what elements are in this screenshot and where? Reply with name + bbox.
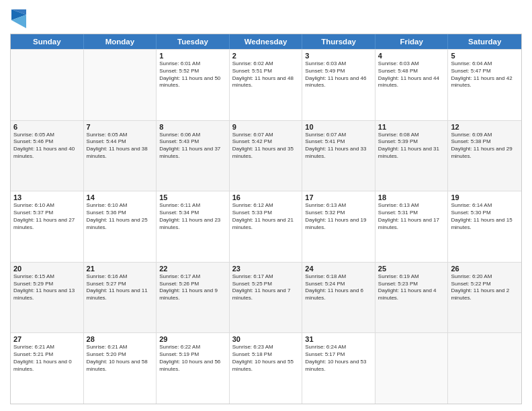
day-number: 23 xyxy=(232,265,300,273)
weekday-header-friday: Friday xyxy=(375,34,449,49)
cell-info: Sunrise: 6:02 AM Sunset: 5:51 PM Dayligh… xyxy=(232,60,300,89)
day-number: 25 xyxy=(378,265,445,273)
calendar-cell-5-4: 30Sunrise: 6:23 AM Sunset: 5:18 PM Dayli… xyxy=(230,333,303,404)
logo-icon xyxy=(11,9,26,28)
calendar-row-5: 27Sunrise: 6:21 AM Sunset: 5:21 PM Dayli… xyxy=(11,332,521,404)
calendar-cell-3-1: 13Sunrise: 6:10 AM Sunset: 5:37 PM Dayli… xyxy=(11,191,84,262)
calendar-row-3: 13Sunrise: 6:10 AM Sunset: 5:37 PM Dayli… xyxy=(11,191,521,262)
cell-info: Sunrise: 6:06 AM Sunset: 5:43 PM Dayligh… xyxy=(159,132,226,161)
cell-info: Sunrise: 6:17 AM Sunset: 5:26 PM Dayligh… xyxy=(159,273,226,302)
day-number: 7 xyxy=(87,123,154,131)
day-number: 31 xyxy=(305,335,372,343)
calendar-cell-4-7: 26Sunrise: 6:20 AM Sunset: 5:22 PM Dayli… xyxy=(448,263,521,333)
day-number: 13 xyxy=(13,193,81,201)
calendar-cell-3-7: 19Sunrise: 6:14 AM Sunset: 5:30 PM Dayli… xyxy=(448,191,521,262)
cell-info: Sunrise: 6:01 AM Sunset: 5:52 PM Dayligh… xyxy=(159,60,226,89)
cell-info: Sunrise: 6:08 AM Sunset: 5:39 PM Dayligh… xyxy=(378,132,445,161)
cell-info: Sunrise: 6:03 AM Sunset: 5:49 PM Dayligh… xyxy=(305,60,372,89)
cell-info: Sunrise: 6:05 AM Sunset: 5:46 PM Dayligh… xyxy=(13,132,81,161)
day-number: 22 xyxy=(159,265,226,273)
calendar-cell-3-4: 16Sunrise: 6:12 AM Sunset: 5:33 PM Dayli… xyxy=(230,191,303,262)
day-number: 29 xyxy=(159,335,226,343)
calendar-cell-2-1: 6Sunrise: 6:05 AM Sunset: 5:46 PM Daylig… xyxy=(11,121,84,191)
cell-info: Sunrise: 6:09 AM Sunset: 5:38 PM Dayligh… xyxy=(451,132,519,161)
day-number: 16 xyxy=(232,193,300,201)
calendar-cell-5-7 xyxy=(448,333,521,404)
calendar-cell-1-7: 5Sunrise: 6:04 AM Sunset: 5:47 PM Daylig… xyxy=(448,50,521,120)
calendar-cell-5-3: 29Sunrise: 6:22 AM Sunset: 5:19 PM Dayli… xyxy=(157,333,230,404)
cell-info: Sunrise: 6:19 AM Sunset: 5:23 PM Dayligh… xyxy=(378,273,445,302)
cell-info: Sunrise: 6:18 AM Sunset: 5:24 PM Dayligh… xyxy=(305,273,372,302)
cell-info: Sunrise: 6:13 AM Sunset: 5:31 PM Dayligh… xyxy=(378,202,445,231)
calendar-cell-2-2: 7Sunrise: 6:05 AM Sunset: 5:44 PM Daylig… xyxy=(84,121,157,191)
calendar-cell-5-5: 31Sunrise: 6:24 AM Sunset: 5:17 PM Dayli… xyxy=(302,333,375,404)
calendar-cell-1-4: 2Sunrise: 6:02 AM Sunset: 5:51 PM Daylig… xyxy=(230,50,303,120)
day-number: 8 xyxy=(159,123,226,131)
calendar-cell-4-3: 22Sunrise: 6:17 AM Sunset: 5:26 PM Dayli… xyxy=(157,263,230,333)
calendar-cell-3-6: 18Sunrise: 6:13 AM Sunset: 5:31 PM Dayli… xyxy=(375,191,449,262)
cell-info: Sunrise: 6:23 AM Sunset: 5:18 PM Dayligh… xyxy=(232,344,300,373)
weekday-header-tuesday: Tuesday xyxy=(157,34,230,49)
cell-info: Sunrise: 6:10 AM Sunset: 5:36 PM Dayligh… xyxy=(87,202,154,231)
calendar-cell-2-3: 8Sunrise: 6:06 AM Sunset: 5:43 PM Daylig… xyxy=(157,121,230,191)
calendar-cell-1-2 xyxy=(84,50,157,120)
calendar-cell-1-5: 3Sunrise: 6:03 AM Sunset: 5:49 PM Daylig… xyxy=(302,50,375,120)
calendar-row-4: 20Sunrise: 6:15 AM Sunset: 5:29 PM Dayli… xyxy=(11,262,521,333)
cell-info: Sunrise: 6:24 AM Sunset: 5:17 PM Dayligh… xyxy=(305,344,372,373)
weekday-header-wednesday: Wednesday xyxy=(230,34,303,49)
day-number: 30 xyxy=(232,335,300,343)
day-number: 15 xyxy=(159,193,226,201)
calendar-body: 1Sunrise: 6:01 AM Sunset: 5:52 PM Daylig… xyxy=(11,49,521,404)
calendar-header: SundayMondayTuesdayWednesdayThursdayFrid… xyxy=(11,34,521,49)
day-number: 6 xyxy=(13,123,81,131)
day-number: 9 xyxy=(232,123,300,131)
calendar-cell-5-6 xyxy=(375,333,449,404)
calendar-cell-3-5: 17Sunrise: 6:13 AM Sunset: 5:32 PM Dayli… xyxy=(302,191,375,262)
cell-info: Sunrise: 6:04 AM Sunset: 5:47 PM Dayligh… xyxy=(451,60,519,89)
cell-info: Sunrise: 6:11 AM Sunset: 5:34 PM Dayligh… xyxy=(159,202,226,231)
cell-info: Sunrise: 6:15 AM Sunset: 5:29 PM Dayligh… xyxy=(13,273,81,302)
calendar-cell-4-4: 23Sunrise: 6:17 AM Sunset: 5:25 PM Dayli… xyxy=(230,263,303,333)
calendar-cell-3-2: 14Sunrise: 6:10 AM Sunset: 5:36 PM Dayli… xyxy=(84,191,157,262)
calendar-cell-2-4: 9Sunrise: 6:07 AM Sunset: 5:42 PM Daylig… xyxy=(230,121,303,191)
calendar-cell-5-1: 27Sunrise: 6:21 AM Sunset: 5:21 PM Dayli… xyxy=(11,333,84,404)
weekday-header-saturday: Saturday xyxy=(448,34,521,49)
day-number: 4 xyxy=(378,52,445,60)
calendar-cell-1-3: 1Sunrise: 6:01 AM Sunset: 5:52 PM Daylig… xyxy=(157,50,230,120)
day-number: 14 xyxy=(87,193,154,201)
day-number: 19 xyxy=(451,193,519,201)
day-number: 12 xyxy=(451,123,519,131)
calendar-row-2: 6Sunrise: 6:05 AM Sunset: 5:46 PM Daylig… xyxy=(11,120,521,191)
page: SundayMondayTuesdayWednesdayThursdayFrid… xyxy=(0,0,532,411)
calendar-cell-1-1 xyxy=(11,50,84,120)
day-number: 21 xyxy=(87,265,154,273)
cell-info: Sunrise: 6:16 AM Sunset: 5:27 PM Dayligh… xyxy=(87,273,154,302)
calendar-cell-4-1: 20Sunrise: 6:15 AM Sunset: 5:29 PM Dayli… xyxy=(11,263,84,333)
day-number: 24 xyxy=(305,265,372,273)
weekday-header-sunday: Sunday xyxy=(11,34,84,49)
day-number: 17 xyxy=(305,193,372,201)
calendar-cell-4-2: 21Sunrise: 6:16 AM Sunset: 5:27 PM Dayli… xyxy=(84,263,157,333)
calendar-cell-5-2: 28Sunrise: 6:21 AM Sunset: 5:20 PM Dayli… xyxy=(84,333,157,404)
cell-info: Sunrise: 6:10 AM Sunset: 5:37 PM Dayligh… xyxy=(13,202,81,231)
calendar-cell-4-6: 25Sunrise: 6:19 AM Sunset: 5:23 PM Dayli… xyxy=(375,263,449,333)
weekday-header-monday: Monday xyxy=(84,34,157,49)
header xyxy=(10,7,522,28)
day-number: 20 xyxy=(13,265,81,273)
calendar-cell-4-5: 24Sunrise: 6:18 AM Sunset: 5:24 PM Dayli… xyxy=(302,263,375,333)
cell-info: Sunrise: 6:17 AM Sunset: 5:25 PM Dayligh… xyxy=(232,273,300,302)
day-number: 5 xyxy=(451,52,519,60)
day-number: 10 xyxy=(305,123,372,131)
logo xyxy=(10,9,26,28)
cell-info: Sunrise: 6:03 AM Sunset: 5:48 PM Dayligh… xyxy=(378,60,445,89)
cell-info: Sunrise: 6:05 AM Sunset: 5:44 PM Dayligh… xyxy=(87,132,154,161)
calendar-cell-3-3: 15Sunrise: 6:11 AM Sunset: 5:34 PM Dayli… xyxy=(157,191,230,262)
cell-info: Sunrise: 6:21 AM Sunset: 5:21 PM Dayligh… xyxy=(13,344,81,373)
day-number: 28 xyxy=(87,335,154,343)
cell-info: Sunrise: 6:21 AM Sunset: 5:20 PM Dayligh… xyxy=(87,344,154,373)
day-number: 18 xyxy=(378,193,445,201)
calendar-cell-2-7: 12Sunrise: 6:09 AM Sunset: 5:38 PM Dayli… xyxy=(448,121,521,191)
calendar-cell-2-5: 10Sunrise: 6:07 AM Sunset: 5:41 PM Dayli… xyxy=(302,121,375,191)
calendar-cell-1-6: 4Sunrise: 6:03 AM Sunset: 5:48 PM Daylig… xyxy=(375,50,449,120)
day-number: 27 xyxy=(13,335,81,343)
